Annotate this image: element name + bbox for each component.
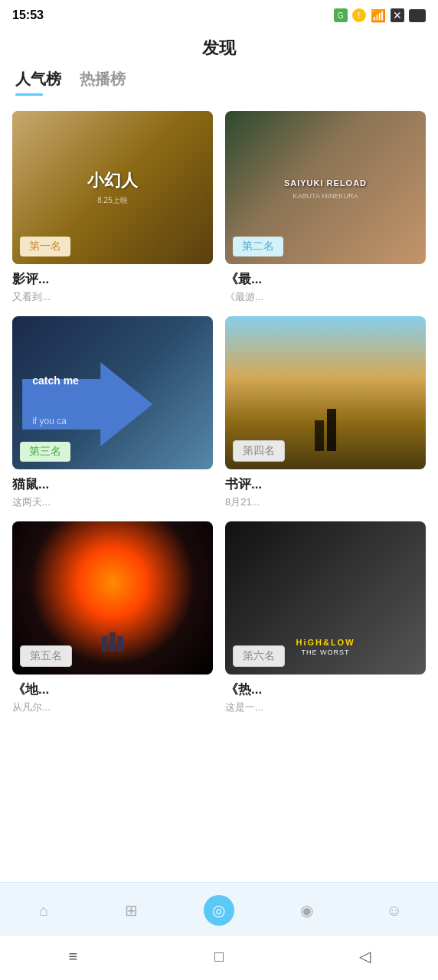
tab-popularity[interactable]: 人气榜	[15, 69, 61, 96]
card-3[interactable]: catch me if you ca 第三名 猫鼠... 这两天...	[12, 316, 213, 509]
groups-icon: ⊞	[116, 895, 147, 926]
card-subtitle-4: 8月21...	[225, 495, 426, 509]
poster-1-sub: 8.25上映	[97, 195, 127, 206]
nav-discover[interactable]: ◎	[194, 892, 244, 929]
rank-badge-2: 第二名	[233, 237, 283, 256]
system-nav: ≡ □ ◁	[0, 935, 438, 980]
catchme-text1: catch me	[32, 374, 79, 387]
cards-grid: 小幻人 8.25上映 第一名 影评... 又看到... SAIYUKI RELO…	[12, 111, 426, 714]
app-icon-green: G	[334, 8, 348, 22]
bottom-nav: ⌂ ⊞ ◎ ◉ ☺	[0, 882, 438, 935]
card-image-4: 第四名	[225, 316, 426, 469]
hilow-label: HiGH&LOW	[296, 638, 355, 647]
page-title: 发现	[0, 31, 438, 69]
wifi-icon: 📶	[371, 8, 386, 23]
tabs-container: 人气榜 热播榜	[0, 69, 438, 96]
card-subtitle-5: 从凡尔...	[12, 701, 213, 714]
content-area: 小幻人 8.25上映 第一名 影评... 又看到... SAIYUKI RELO…	[0, 99, 438, 799]
rank-badge-4: 第四名	[233, 440, 285, 462]
card-subtitle-1: 又看到...	[12, 290, 213, 304]
poster-2-text: SAIYUKI RELOAD	[281, 175, 370, 191]
rank-badge-5: 第五名	[20, 645, 72, 667]
nav-home[interactable]: ⌂	[19, 892, 68, 929]
profile-icon: ☺	[379, 895, 410, 926]
rank-badge-6: 第六名	[233, 645, 285, 667]
discover-icon: ◎	[204, 895, 234, 926]
card-4[interactable]: 第四名 书评... 8月21...	[225, 316, 426, 509]
card-6[interactable]: HiGH&LOW THE WORST 第六名 《热... 这是一...	[225, 521, 426, 714]
card-title-3: 猫鼠...	[12, 475, 213, 493]
sys-back-button[interactable]: ◁	[354, 945, 377, 968]
card-2[interactable]: SAIYUKI RELOAD KABUTA MINEKURA 第二名 《最...…	[225, 111, 426, 304]
battery-icon: 66	[409, 9, 426, 22]
nav-camera[interactable]: ◉	[282, 892, 331, 929]
card-image-6: HiGH&LOW THE WORST 第六名	[225, 521, 426, 675]
catchme-text2: if you ca	[32, 416, 67, 426]
card-subtitle-2: 《最游...	[225, 290, 426, 304]
nav-profile[interactable]: ☺	[370, 892, 419, 929]
card-title-2: 《最...	[225, 270, 426, 288]
card-title-5: 《地...	[12, 681, 213, 698]
card-title-1: 影评...	[12, 270, 213, 288]
signal-icon: ✕	[391, 8, 404, 22]
home-icon: ⌂	[28, 895, 59, 926]
card-1[interactable]: 小幻人 8.25上映 第一名 影评... 又看到...	[12, 111, 213, 304]
poster-2-sub: KABUTA MINEKURA	[293, 192, 358, 200]
card-image-2: SAIYUKI RELOAD KABUTA MINEKURA 第二名	[225, 111, 426, 264]
sys-menu-button[interactable]: ≡	[61, 945, 84, 968]
rank-badge-1: 第一名	[20, 237, 70, 256]
card-image-5: 第五名	[12, 521, 213, 675]
card-image-1: 小幻人 8.25上映 第一名	[12, 111, 213, 264]
status-time: 15:53	[12, 8, 44, 22]
rank-badge-3: 第三名	[20, 442, 70, 462]
status-bar: 15:53 G ! 📶 ✕ 66	[0, 0, 438, 31]
card-title-6: 《热...	[225, 681, 426, 698]
hilow-sub: THE WORST	[302, 648, 350, 656]
poster-1-text: 小幻人	[87, 169, 138, 192]
camera-icon: ◉	[291, 895, 322, 926]
card-title-4: 书评...	[225, 475, 426, 493]
card-image-3: catch me if you ca 第三名	[12, 316, 213, 469]
card-5[interactable]: 第五名 《地... 从凡尔...	[12, 521, 213, 714]
sys-home-button[interactable]: □	[208, 945, 230, 968]
card-subtitle-6: 这是一...	[225, 701, 426, 714]
warning-icon: !	[352, 8, 366, 22]
status-icons: G ! 📶 ✕ 66	[334, 8, 426, 23]
card-subtitle-3: 这两天...	[12, 495, 213, 509]
nav-groups[interactable]: ⊞	[107, 892, 156, 929]
tab-hot[interactable]: 热播榜	[80, 69, 126, 96]
